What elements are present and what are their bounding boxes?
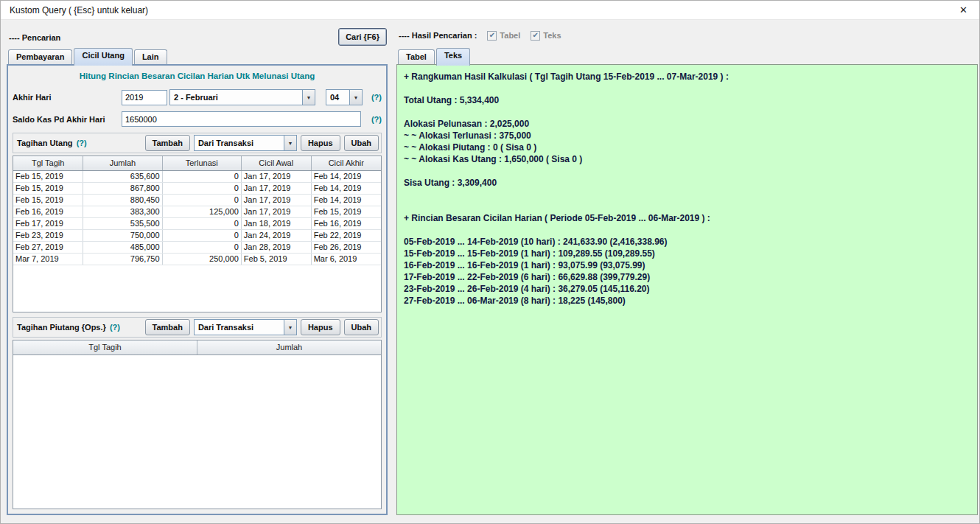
tabel-checkbox: ✔ Tabel <box>487 31 520 41</box>
table-row[interactable]: Feb 17, 2019535,5000Jan 18, 2019Feb 16, … <box>13 217 381 229</box>
tagihan-piutang-hapus-button[interactable]: Hapus <box>301 319 340 335</box>
saldo-kas-label: Saldo Kas Pd Akhir Hari <box>13 115 122 124</box>
cicil-utang-panel: Hitung Rincian Besaran Cicilan Harian Ut… <box>7 64 388 515</box>
table-row[interactable]: Feb 16, 2019383,300125,000Jan 17, 2019Fe… <box>13 206 381 217</box>
chevron-down-icon: ▼ <box>349 90 362 105</box>
kustom-query-window: Kustom Query ( {Esc} untuk keluar) ✕ ---… <box>0 0 980 524</box>
tab-tabel[interactable]: Tabel <box>398 49 435 64</box>
hasil-pencarian-section: ---- Hasil Pencarian : ✔ Tabel ✔ Teks Ta… <box>396 23 978 515</box>
teks-checkbox: ✔ Teks <box>531 31 561 41</box>
table-row[interactable]: Feb 23, 2019750,0000Jan 24, 2019Feb 22, … <box>13 229 381 241</box>
table-row[interactable]: Feb 15, 2019880,4500Jan 17, 2019Feb 14, … <box>13 194 381 206</box>
column-header[interactable]: Terlunasi <box>162 156 241 170</box>
hasil-header: ---- Hasil Pencarian : ✔ Tabel ✔ Teks <box>396 23 978 48</box>
chevron-down-icon: ▼ <box>284 320 296 335</box>
chevron-down-icon: ▼ <box>284 136 296 150</box>
akhir-hari-day-dropdown[interactable]: 04 ▼ <box>326 89 363 105</box>
titlebar: Kustom Query ( {Esc} untuk keluar) ✕ <box>1 1 979 20</box>
column-header[interactable]: Jumlah <box>197 340 382 354</box>
table-row[interactable]: Feb 15, 2019867,8000Jan 17, 2019Feb 14, … <box>13 182 381 194</box>
tagihan-utang-table: Tgl Tagih Jumlah Terlunasi Cicil Awal Ci… <box>13 156 382 312</box>
checkbox-checked-icon: ✔ <box>531 31 540 41</box>
column-header[interactable]: Tgl Tagih <box>13 156 83 170</box>
tagihan-piutang-toolbar: Tagihan Piutang {Ops.} (?) Tambah Dari T… <box>13 317 382 338</box>
table-header-row: Tgl Tagih Jumlah <box>13 340 381 354</box>
saldo-kas-input[interactable] <box>122 111 361 127</box>
chevron-down-icon: ▼ <box>302 90 315 105</box>
tagihan-utang-hapus-button[interactable]: Hapus <box>301 135 340 151</box>
tagihan-utang-help-link[interactable]: (?) <box>77 139 87 147</box>
close-icon[interactable]: ✕ <box>956 4 970 15</box>
akhir-hari-help-link[interactable]: (?) <box>371 93 382 102</box>
tab-teks[interactable]: Teks <box>436 48 470 66</box>
table-row[interactable]: Feb 27, 2019485,0000Jan 28, 2019Feb 26, … <box>13 241 381 253</box>
pencarian-label: ---- Pencarian <box>9 33 60 42</box>
tab-pembayaran[interactable]: Pembayaran <box>8 49 72 64</box>
akhir-hari-label: Akhir Hari <box>13 93 122 102</box>
akhir-hari-year-input[interactable] <box>122 90 167 105</box>
saldo-kas-help-link[interactable]: (?) <box>371 115 382 124</box>
pencarian-tabs: Pembayaran Cicil Utang Lain <box>7 48 388 64</box>
tagihan-utang-label: Tagihan Utang (?) <box>15 139 141 147</box>
column-header[interactable]: Tgl Tagih <box>13 340 197 354</box>
tagihan-piutang-label: Tagihan Piutang {Ops.} (?) <box>15 323 141 332</box>
tagihan-piutang-table: Tgl Tagih Jumlah <box>13 340 382 509</box>
source-value: Dari Transaksi <box>195 323 284 332</box>
tagihan-piutang-help-link[interactable]: (?) <box>110 323 120 332</box>
column-header[interactable]: Jumlah <box>83 156 162 170</box>
pencarian-section: ---- Pencarian Cari {F6} Pembayaran Cici… <box>7 23 388 515</box>
panel-title: Hitung Rincian Besaran Cicilan Harian Ut… <box>13 71 382 80</box>
table-header-row: Tgl Tagih Jumlah Terlunasi Cicil Awal Ci… <box>13 156 381 170</box>
tab-lain[interactable]: Lain <box>134 49 167 64</box>
saldo-kas-row: Saldo Kas Pd Akhir Hari (?) <box>13 111 382 127</box>
tagihan-piutang-tambah-button[interactable]: Tambah <box>145 319 190 335</box>
checkbox-checked-icon: ✔ <box>487 31 497 41</box>
source-value: Dari Transaksi <box>195 139 284 147</box>
column-header[interactable]: Cicil Awal <box>241 156 311 170</box>
tabel-checkbox-label: Tabel <box>500 31 520 40</box>
teks-checkbox-label: Teks <box>543 31 561 40</box>
hasil-pencarian-label: ---- Hasil Pencarian : <box>399 31 477 40</box>
cari-button[interactable]: Cari {F6} <box>338 28 387 46</box>
table-row[interactable]: Feb 15, 2019635,6000Jan 17, 2019Feb 14, … <box>13 170 381 182</box>
pencarian-header: ---- Pencarian Cari {F6} <box>7 23 388 48</box>
hasil-tabs: Tabel Teks <box>396 48 978 64</box>
column-header[interactable]: Cicil Akhir <box>311 156 381 170</box>
window-title: Kustom Query ( {Esc} untuk keluar) <box>10 5 148 15</box>
table-row[interactable]: Mar 7, 2019796,750250,000Feb 5, 2019Mar … <box>13 253 381 265</box>
tagihan-utang-ubah-button[interactable]: Ubah <box>344 135 379 151</box>
akhir-hari-row: Akhir Hari 2 - Februari ▼ 04 ▼ (?) <box>13 89 382 105</box>
tagihan-piutang-ubah-button[interactable]: Ubah <box>344 319 379 335</box>
tab-cicil-utang[interactable]: Cicil Utang <box>74 48 132 66</box>
month-value: 2 - Februari <box>170 93 302 102</box>
hasil-teks-output: + Rangkuman Hasil Kalkulasi ( Tgl Tagih … <box>396 64 978 515</box>
tagihan-piutang-source-dropdown[interactable]: Dari Transaksi ▼ <box>194 319 297 335</box>
tagihan-utang-source-dropdown[interactable]: Dari Transaksi ▼ <box>194 135 297 151</box>
akhir-hari-month-dropdown[interactable]: 2 - Februari ▼ <box>169 89 315 105</box>
day-value: 04 <box>326 93 349 102</box>
tagihan-utang-tambah-button[interactable]: Tambah <box>145 135 190 151</box>
tagihan-utang-toolbar: Tagihan Utang (?) Tambah Dari Transaksi … <box>13 133 382 153</box>
